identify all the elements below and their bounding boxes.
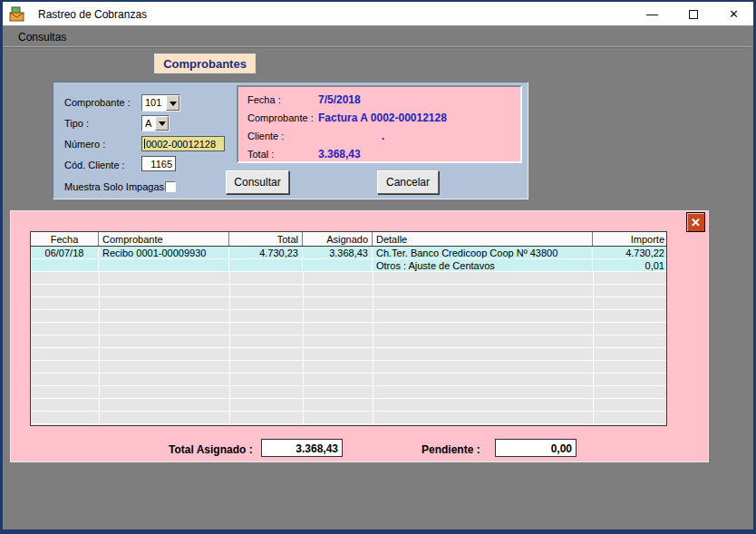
- pendiente-field[interactable]: 0,00: [495, 439, 577, 457]
- menubar: Consultas: [2, 26, 754, 46]
- chevron-down-icon[interactable]: [155, 116, 169, 131]
- menu-item-consultas[interactable]: Consultas: [15, 30, 70, 44]
- close-icon: ✕: [729, 7, 739, 21]
- app-window: Rastreo de Cobranzas — ✕ Consultas Compr…: [0, 0, 756, 534]
- comprobante-info-panel: Fecha : 7/5/2018 Comprobante : Factura A…: [237, 85, 522, 163]
- window-title: Rastreo de Cobranzas: [38, 8, 147, 21]
- results-table: Fecha Comprobante Total Asignado Detalle…: [30, 231, 667, 426]
- window-controls: — ✕: [632, 2, 754, 26]
- minimize-button[interactable]: —: [632, 2, 673, 26]
- comprobante-label: Comprobante :: [64, 97, 131, 108]
- cell-asignado: 3.368,43: [303, 247, 373, 258]
- col-header-total[interactable]: Total: [229, 232, 303, 246]
- info-total-value: 3.368,43: [318, 148, 361, 160]
- info-total-label: Total :: [247, 149, 274, 160]
- info-fecha-value: 7/5/2018: [318, 93, 361, 106]
- col-header-fecha[interactable]: Fecha: [31, 232, 99, 246]
- maximize-button[interactable]: [673, 2, 713, 26]
- info-cliente-value: .: [382, 130, 384, 142]
- col-header-detalle[interactable]: Detalle: [373, 232, 593, 246]
- col-header-comprobante[interactable]: Comprobante: [99, 232, 229, 246]
- cell-importe: 4.730,22: [593, 247, 668, 258]
- cod-cliente-value: 1165: [150, 159, 172, 170]
- page-title: Comprobantes: [154, 53, 256, 73]
- comprobante-selected-value: 101: [145, 97, 161, 108]
- chevron-down-icon[interactable]: [166, 95, 179, 111]
- table-row[interactable]: 06/07/18 Recibo 0001-00009930 4.730,23 3…: [31, 247, 666, 259]
- muestra-solo-impagas-label: Muestra Solo Impagas: [64, 181, 164, 192]
- table-header-row: Fecha Comprobante Total Asignado Detalle…: [31, 232, 666, 247]
- maximize-icon: [689, 10, 698, 19]
- cod-cliente-input[interactable]: 1165: [141, 156, 176, 171]
- total-asignado-field[interactable]: 3.368,43: [261, 439, 343, 457]
- info-fecha-label: Fecha :: [247, 94, 281, 105]
- table-body-grid: [31, 247, 666, 425]
- cancelar-button[interactable]: Cancelar: [377, 170, 439, 194]
- minimize-icon: —: [646, 7, 658, 21]
- col-header-asignado[interactable]: Asignado: [303, 232, 373, 246]
- close-icon: ✕: [691, 216, 701, 229]
- numero-label: Número :: [64, 139, 105, 150]
- tipo-selected-value: A: [145, 118, 151, 129]
- text-cursor: [144, 139, 145, 149]
- table-row[interactable]: Otros : Ajuste de Centavos 0,01: [31, 259, 666, 272]
- pendiente-label: Pendiente :: [422, 443, 480, 456]
- search-form-panel: Comprobante : 101 Tipo : A Número : 0002…: [53, 82, 528, 199]
- numero-value: 0002-00012128: [146, 139, 216, 150]
- muestra-solo-impagas-checkbox[interactable]: [165, 181, 176, 192]
- cell-importe: 0,01: [593, 259, 668, 271]
- consultar-button[interactable]: Consultar: [226, 170, 289, 194]
- info-comprobante-value: Factura A 0002-00012128: [318, 112, 447, 124]
- total-asignado-label: Total Asignado :: [169, 443, 253, 456]
- cell-asignado: [303, 259, 373, 271]
- cell-comprobante: Recibo 0001-00009930: [99, 247, 229, 258]
- cell-detalle: Ch.Ter. Banco Credicoop Coop Nº 43800: [373, 247, 593, 258]
- numero-input[interactable]: 0002-00012128: [141, 136, 225, 151]
- cell-total: 4.730,23: [229, 247, 303, 258]
- comprobante-select[interactable]: 101: [141, 94, 180, 112]
- tipo-label: Tipo :: [64, 118, 89, 129]
- tipo-select[interactable]: A: [141, 115, 170, 131]
- cell-fecha: [31, 259, 99, 271]
- info-comprobante-label: Comprobante :: [247, 112, 314, 123]
- cell-total: [229, 259, 303, 271]
- cod-cliente-label: Cód. Cliente :: [64, 160, 125, 170]
- cell-fecha: 06/07/18: [31, 247, 99, 258]
- info-cliente-label: Cliente :: [247, 131, 284, 141]
- close-results-button[interactable]: ✕: [686, 212, 705, 232]
- results-panel: ✕ Fecha Comprobante Total Asignado Detal…: [10, 210, 709, 462]
- cell-comprobante: [99, 259, 229, 271]
- col-header-importe[interactable]: Importe: [593, 232, 668, 246]
- titlebar: Rastreo de Cobranzas — ✕: [2, 2, 754, 26]
- menu-divider-shadow: [2, 47, 754, 48]
- cell-detalle: Otros : Ajuste de Centavos: [373, 259, 593, 271]
- close-window-button[interactable]: ✕: [713, 2, 754, 26]
- app-icon: [9, 6, 25, 23]
